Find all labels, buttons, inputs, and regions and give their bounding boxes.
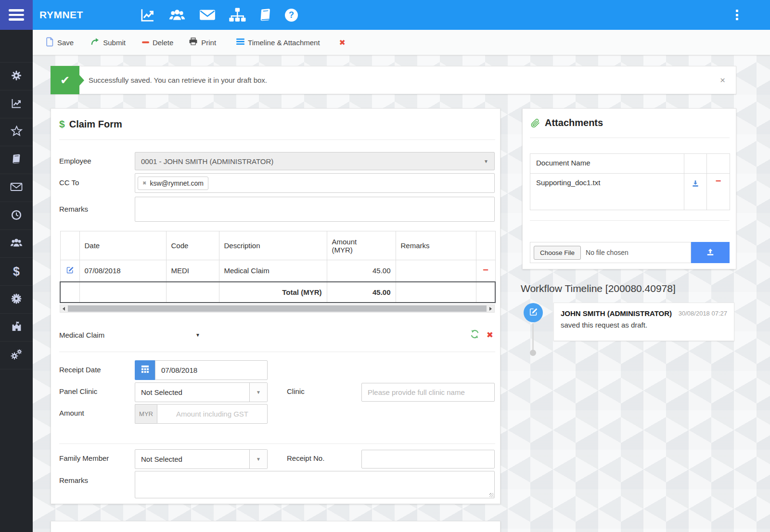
timeline-entry-card: JOHN SMITH (ADMINISTRATOR) 30/08/2018 07… [553, 303, 734, 341]
receipt-no-input[interactable] [361, 450, 495, 469]
close-form-icon[interactable]: ✖ [339, 38, 346, 47]
dollar-icon: $ [59, 118, 65, 130]
file-icon [46, 37, 54, 48]
attachment-name: Supporting_doc1.txt [530, 174, 684, 210]
delete-button[interactable]: Delete [142, 38, 173, 47]
remove-attachment-icon[interactable]: − [713, 178, 724, 183]
sidebar-item-chart[interactable] [0, 90, 33, 118]
amount-column-header: Amount (MYR) [327, 231, 396, 260]
remove-column-header [476, 231, 495, 260]
more-options-icon[interactable] [736, 0, 738, 30]
save-button[interactable]: Save [46, 37, 74, 48]
sidebar-item-claims[interactable]: $ [0, 258, 33, 286]
chart-line-icon[interactable] [140, 7, 155, 23]
claim-type-select[interactable]: Medical Claim ▼ [59, 328, 200, 342]
currency-addon: MYR [135, 404, 157, 424]
table-header-row: Date Code Description Amount (MYR) Remar… [60, 231, 495, 260]
employee-select[interactable]: 0001 - JOHN SMITH (ADMINISTRATOR) ▼ [135, 152, 495, 170]
remarks-textarea[interactable] [135, 197, 495, 222]
question-circle-icon[interactable]: ? [285, 9, 298, 22]
edit-column-header [60, 231, 79, 260]
row-amount: 45.00 [327, 260, 396, 282]
download-column-header [684, 154, 707, 174]
no-file-chosen-text: No file chosen [586, 249, 629, 256]
users-icon [9, 237, 24, 251]
dollar-icon: $ [13, 265, 20, 279]
sidebar-spacer [0, 30, 33, 63]
chart-line-icon [11, 98, 22, 111]
total-row: Total (MYR) 45.00 [60, 282, 495, 303]
scroll-left-icon[interactable] [63, 307, 65, 311]
date-column-header: Date [79, 231, 166, 260]
claim-form-title: $ Claim Form [59, 118, 122, 130]
attachments-table: Document Name Supporting_doc1.txt − [530, 153, 730, 210]
download-icon[interactable] [691, 179, 700, 190]
attachments-panel: Attachments Document Name Supporting_doc… [522, 108, 736, 269]
timeline-attachment-button[interactable]: Timeline & Attachment [236, 38, 320, 47]
employee-label: Employee [59, 157, 91, 165]
envelope-icon [10, 182, 23, 194]
clock-icon [11, 209, 22, 223]
edit-note-icon [529, 307, 538, 318]
users-icon[interactable] [167, 7, 187, 23]
sidebar-item-gear[interactable] [0, 63, 33, 90]
timeline-connector [532, 323, 534, 351]
alert-close-icon[interactable]: × [720, 75, 725, 86]
receipt-date-input[interactable] [155, 360, 268, 380]
sidebar-item-history[interactable] [0, 202, 33, 230]
hamburger-menu-button[interactable] [0, 0, 33, 30]
upload-icon [706, 247, 715, 258]
textarea-resize-handle[interactable] [489, 493, 494, 497]
cc-to-input[interactable]: ✖ ksw@rymnet.com [135, 173, 495, 193]
arrow-curve-right-icon [90, 37, 100, 48]
chevron-down-icon: ▼ [484, 159, 488, 164]
edit-row-icon[interactable] [66, 266, 74, 276]
success-alert: ✔ Successfully saved. You can retrieve i… [51, 66, 736, 94]
remove-row-icon[interactable]: − [483, 265, 488, 275]
clinic-input[interactable] [361, 383, 495, 402]
scrollbar-thumb[interactable] [68, 305, 487, 312]
alert-message: Successfully saved. You can retrieve it … [89, 76, 267, 84]
timeline-end-dot [530, 350, 536, 356]
family-member-select[interactable]: Not Selected ▼ [135, 449, 268, 469]
sidebar-item-star[interactable] [0, 118, 33, 146]
sidebar-item-mail[interactable] [0, 174, 33, 202]
book-icon[interactable] [258, 8, 273, 23]
workflow-timeline-title: Workflow Timeline [200080.40978] [521, 283, 676, 294]
table-horizontal-scrollbar[interactable] [60, 304, 495, 313]
sidebar-item-benefits[interactable] [0, 286, 33, 314]
divider [530, 138, 730, 138]
cc-to-label: CC To [59, 178, 79, 187]
calendar-button[interactable] [135, 360, 155, 380]
remove-claim-item-icon[interactable]: ✖ [487, 330, 493, 340]
envelope-icon[interactable] [199, 8, 216, 22]
sitemap-icon[interactable] [228, 7, 246, 23]
receipt-no-label: Receipt No. [287, 454, 324, 462]
remove-tag-icon[interactable]: ✖ [142, 180, 146, 186]
refresh-icon[interactable] [470, 329, 480, 341]
star-icon [11, 125, 23, 139]
attachment-row: Supporting_doc1.txt − [530, 174, 730, 210]
detail-remarks-textarea[interactable] [135, 471, 495, 498]
attachments-header-row: Document Name [530, 154, 730, 174]
amount-input[interactable] [157, 404, 268, 424]
sidebar-item-book[interactable] [0, 146, 33, 174]
upload-button[interactable] [691, 242, 730, 263]
submit-button[interactable]: Submit [90, 37, 126, 48]
sidebar-item-company[interactable] [0, 314, 33, 342]
cc-tag: ✖ ksw@rymnet.com [138, 177, 208, 190]
timeline-entry-action: saved this request as draft. [561, 321, 727, 329]
sidebar-item-admin[interactable] [0, 342, 33, 369]
claim-items-table: Date Code Description Amount (MYR) Remar… [60, 231, 496, 303]
divider [530, 220, 730, 221]
print-button[interactable]: Print [189, 37, 216, 48]
clinic-label: Clinic [287, 387, 305, 395]
choose-file-button[interactable]: Choose File [534, 246, 581, 260]
sidebar-item-employees[interactable] [0, 230, 33, 258]
hamburger-icon [9, 9, 24, 12]
panel-clinic-select[interactable]: Not Selected ▼ [135, 382, 268, 402]
total-label: Total (MYR) [219, 282, 327, 303]
paperclip-icon [530, 118, 540, 128]
timeline-avatar [524, 303, 543, 322]
scroll-right-icon[interactable] [489, 307, 492, 311]
